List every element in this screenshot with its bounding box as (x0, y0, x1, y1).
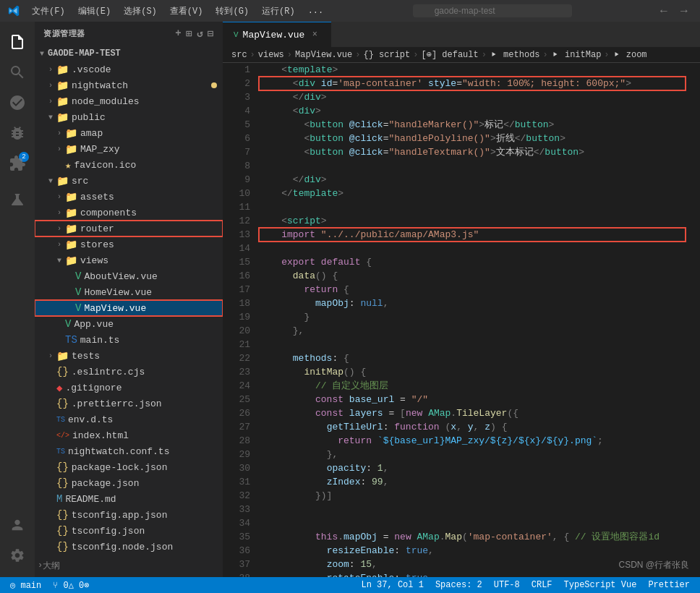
sidebar-item-readme[interactable]: › M README.md (35, 491, 223, 507)
menu-edit[interactable]: 编辑(E) (72, 4, 117, 19)
vue-icon: V (75, 286, 81, 298)
sidebar-item-eslintrc[interactable]: › {} .eslintrc.cjs (35, 364, 223, 380)
sidebar-item-maints[interactable]: › TS main.ts (35, 332, 223, 348)
activity-search[interactable] (3, 58, 32, 87)
menu-goto[interactable]: 转到(G) (210, 4, 255, 19)
sidebar-item-nightwatchconf[interactable]: › TS nightwatch.conf.ts (35, 443, 223, 459)
status-bar: ◎ main ⑂ 0△ 0⊗ Ln 37, Col 1 Spaces: 2 UT… (0, 577, 700, 593)
sidebar-item-tsconfignode[interactable]: › {} tsconfig.node.json (35, 539, 223, 555)
code-line-34 (259, 516, 686, 530)
sidebar-item-tsconfig[interactable]: › {} tsconfig.json (35, 523, 223, 539)
vue-icon: V (65, 318, 71, 330)
sidebar-item-appvue[interactable]: › V App.vue (35, 316, 223, 332)
activity-debug[interactable] (3, 119, 32, 148)
refresh-icon[interactable]: ↺ (197, 27, 203, 40)
activity-test[interactable] (3, 185, 32, 214)
code-line-38: rotateEnable: true, (259, 571, 686, 577)
activity-explorer[interactable] (3, 27, 32, 56)
activity-extensions[interactable]: 2 (3, 149, 32, 178)
sidebar-item-tests[interactable]: › 📁 tests (35, 348, 223, 364)
menu-view[interactable]: 查看(V) (164, 4, 209, 19)
status-language[interactable]: TypeScript Vue (561, 580, 640, 590)
status-encoding[interactable]: UTF-8 (491, 580, 523, 590)
md-icon: M (56, 493, 62, 505)
editor-area: V MapView.vue × src › views › MapView.vu… (223, 22, 700, 577)
menu-select[interactable]: 选择(S) (118, 4, 163, 19)
code-line-3: </div> (259, 90, 686, 104)
code-editor[interactable]: 1234 5678 9101112 13141516 17181920 2122… (223, 63, 700, 577)
activity-account[interactable] (3, 511, 32, 539)
tab-close-button[interactable]: × (309, 29, 320, 40)
status-eol[interactable]: CRLF (529, 580, 555, 590)
sidebar-item-tsconfigapp[interactable]: › {} tsconfig.app.json (35, 507, 223, 523)
sidebar-item-stores[interactable]: › 📁 stores (35, 236, 223, 252)
sidebar-item-envd[interactable]: › TS env.d.ts (35, 411, 223, 427)
status-position[interactable]: Ln 37, Col 1 (359, 580, 427, 590)
sidebar-item-indexhtml[interactable]: › </> index.html (35, 427, 223, 443)
outline-header[interactable]: › 大纲 (35, 558, 223, 573)
folder-icon: 📁 (56, 80, 69, 92)
sidebar-item-nightwatch[interactable]: › 📁 nightwatch (35, 77, 223, 93)
sidebar-section-outline: › 大纲 (35, 558, 223, 573)
sidebar-header: 资源管理器 + ⊞ ↺ ⊟ (35, 22, 223, 46)
tsconfignode-label: tsconfig.node.json (72, 542, 173, 553)
search-input[interactable] (413, 4, 572, 17)
aboutview-label: AboutView.vue (84, 271, 157, 282)
nav-forward-button[interactable]: → (675, 3, 693, 19)
nav-back-button[interactable]: ← (655, 3, 673, 19)
folder-icon: 📁 (65, 127, 77, 140)
sidebar-item-packagelock[interactable]: › {} package-lock.json (35, 459, 223, 475)
breadcrumb-initmap[interactable]: initMap (551, 50, 602, 60)
sidebar-item-amap[interactable]: › 📁 amap (35, 125, 223, 141)
sidebar-item-package[interactable]: › {} package.json (35, 475, 223, 491)
sidebar-item-vscode[interactable]: › 📁 .vscode (35, 61, 223, 77)
tsconfigapp-label: tsconfig.app.json (72, 510, 168, 521)
sidebar-item-components[interactable]: › 📁 components (35, 205, 223, 221)
tab-mapview[interactable]: V MapView.vue × (223, 22, 331, 47)
sidebar-item-mapview[interactable]: › V MapView.vue (35, 300, 223, 316)
root-label: GAODE-MAP-TEST (48, 48, 121, 59)
amap-arrow: › (55, 129, 64, 137)
sidebar-item-views[interactable]: ▼ 📁 views (35, 252, 223, 268)
sidebar-item-prettierrc[interactable]: › {} .prettierrc.json (35, 396, 223, 411)
sidebar-item-src[interactable]: ▼ 📁 src (35, 173, 223, 189)
menu-more[interactable]: ... (302, 4, 330, 17)
status-errors[interactable]: ⑂ 0△ 0⊗ (50, 580, 92, 591)
new-folder-icon[interactable]: ⊞ (186, 27, 192, 40)
tree-root[interactable]: ▼ GAODE-MAP-TEST (35, 46, 223, 61)
breadcrumb-file[interactable]: MapView.vue (295, 50, 352, 60)
code-line-22: methods: { (259, 351, 686, 365)
menu-run[interactable]: 运行(R) (256, 4, 301, 19)
new-file-icon[interactable]: + (175, 27, 182, 40)
breadcrumb-script[interactable]: {} script (363, 50, 410, 60)
sidebar-item-public[interactable]: ▼ 📁 public (35, 109, 223, 125)
sidebar-item-favicon[interactable]: › ★ favicon.ico (35, 157, 223, 173)
menu-file[interactable]: 文件(F) (26, 4, 71, 19)
sidebar-item-mapzxy[interactable]: › 📁 MAP_zxy (35, 141, 223, 157)
collapse-icon[interactable]: ⊟ (208, 27, 214, 40)
sidebar-item-gitignore[interactable]: › ◆ .gitignore (35, 380, 223, 396)
code-line-10: </template> (259, 187, 686, 200)
sidebar-item-router[interactable]: › 📁 router (35, 221, 223, 236)
status-branch[interactable]: ◎ main (7, 580, 44, 591)
breadcrumb-methods[interactable]: methods (490, 50, 540, 60)
breadcrumb-src[interactable]: src (231, 50, 247, 60)
envd-label: env.d.ts (68, 414, 113, 425)
code-line-30: opacity: 1, (259, 461, 686, 475)
sidebar-item-aboutview[interactable]: › V AboutView.vue (35, 268, 223, 284)
tsconfig-label: tsconfig.json (72, 526, 145, 537)
activity-settings[interactable] (3, 541, 32, 570)
status-formatter[interactable]: Prettier (645, 580, 693, 590)
json-icon: {} (56, 398, 69, 409)
sidebar-item-homeview[interactable]: › V HomeView.vue (35, 284, 223, 300)
breadcrumb-views[interactable]: views (258, 50, 284, 60)
breadcrumb-zoom[interactable]: zoom (612, 50, 647, 60)
code-line-14 (259, 242, 686, 255)
main-layout: 2 资源管理器 (0, 22, 700, 577)
stores-arrow: › (55, 241, 64, 249)
sidebar-item-assets[interactable]: › 📁 assets (35, 189, 223, 205)
activity-git[interactable] (3, 88, 32, 117)
breadcrumb-default[interactable]: [⊕] default (421, 49, 478, 60)
sidebar-item-nodemodules[interactable]: › 📁 node_modules (35, 93, 223, 109)
status-spaces[interactable]: Spaces: 2 (432, 580, 485, 590)
